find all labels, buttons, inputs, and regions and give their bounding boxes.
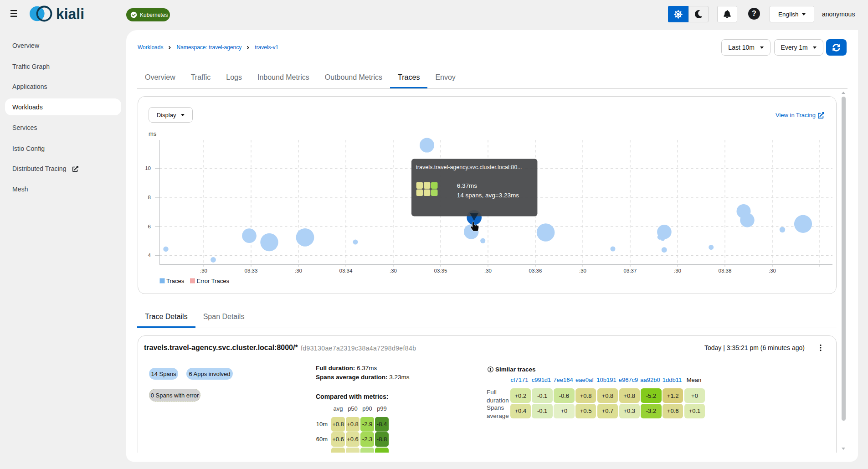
- svg-text:Error Traces: Error Traces: [197, 278, 230, 284]
- svg-text::30: :30: [579, 268, 586, 273]
- svg-text:03:38: 03:38: [719, 268, 732, 273]
- svg-text::30: :30: [484, 268, 492, 273]
- svg-text::30: :30: [200, 268, 207, 273]
- svg-text:03:37: 03:37: [624, 268, 637, 273]
- svg-text:Traces: Traces: [166, 278, 185, 284]
- svg-text:03:33: 03:33: [245, 268, 258, 273]
- svg-text::30: :30: [769, 268, 776, 273]
- svg-text::30: :30: [674, 268, 681, 273]
- svg-text:03:35: 03:35: [434, 268, 447, 273]
- svg-text:14 spans, avg=3.23ms: 14 spans, avg=3.23ms: [457, 192, 519, 199]
- svg-text:10: 10: [145, 165, 151, 171]
- svg-text:kiali: kiali: [56, 5, 84, 22]
- svg-text:travels.travel-agency.svc.clus: travels.travel-agency.svc.cluster.local:…: [416, 164, 522, 170]
- svg-text:8: 8: [148, 195, 151, 200]
- svg-text:03:36: 03:36: [529, 268, 542, 273]
- svg-text:4: 4: [148, 253, 151, 258]
- svg-text::30: :30: [390, 268, 397, 273]
- svg-text:6.37ms: 6.37ms: [457, 182, 478, 189]
- svg-text:6: 6: [148, 224, 151, 229]
- svg-text:03:34: 03:34: [339, 268, 353, 273]
- svg-text::30: :30: [295, 268, 302, 273]
